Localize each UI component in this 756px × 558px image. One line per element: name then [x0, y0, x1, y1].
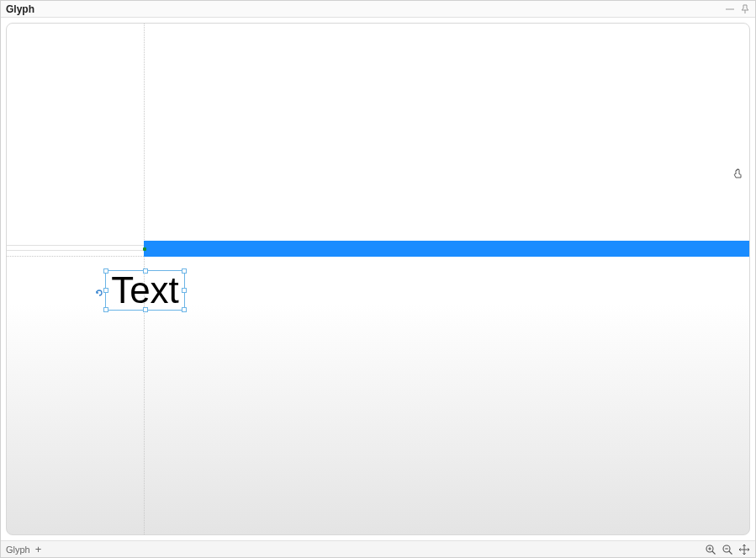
text-object[interactable]: Text [105, 270, 185, 311]
resize-handle-se[interactable] [182, 307, 187, 312]
glyph-window: Glyph Text [0, 0, 756, 558]
glyph-canvas[interactable]: Text [6, 23, 750, 535]
status-right [705, 544, 750, 555]
status-left: Glyph + [6, 544, 41, 555]
zoom-in-icon[interactable] [705, 544, 716, 555]
svg-line-6 [729, 551, 732, 555]
titlebar-controls [725, 4, 750, 14]
anchor-node-icon[interactable] [143, 247, 146, 251]
pin-icon[interactable] [740, 4, 750, 14]
hand-cursor-icon [732, 167, 746, 183]
zoom-out-icon[interactable] [722, 544, 733, 555]
resize-handle-ne[interactable] [182, 268, 187, 274]
resize-handle-n[interactable] [143, 268, 148, 274]
text-content: Text [111, 272, 179, 309]
metric-line [7, 250, 144, 251]
add-glyph-button[interactable]: + [35, 544, 42, 555]
rotate-handle-icon[interactable] [94, 288, 104, 298]
resize-handle-e[interactable] [182, 288, 187, 293]
resize-handle-nw[interactable] [103, 268, 108, 274]
selection-highlight-bar [144, 241, 749, 257]
panel-title: Glyph [6, 3, 34, 15]
resize-handle-sw[interactable] [103, 307, 108, 312]
glyph-tab-label[interactable]: Glyph [6, 545, 30, 555]
svg-line-2 [712, 551, 716, 555]
statusbar: Glyph + [1, 540, 755, 557]
pan-icon[interactable] [738, 544, 750, 555]
resize-handle-s[interactable] [143, 307, 148, 312]
titlebar: Glyph [1, 1, 755, 18]
minimize-icon[interactable] [725, 4, 735, 14]
metric-line [7, 245, 144, 246]
